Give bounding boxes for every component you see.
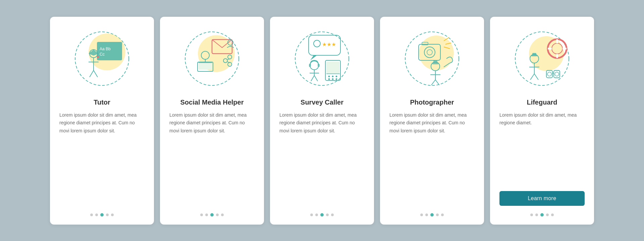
- card-photographer: Photographer Lorem ipsum dolor sit dim a…: [380, 17, 484, 225]
- dot: [535, 214, 538, 216]
- tutor-illustration: Aa Bb Cc: [70, 27, 134, 91]
- svg-rect-34: [318, 64, 320, 67]
- lifeguard-illustration: [510, 27, 574, 91]
- dot: [530, 214, 533, 216]
- dot: [111, 214, 114, 216]
- dot: [420, 214, 423, 216]
- dot: [216, 214, 219, 216]
- photographer-text: Lorem ipsum dolor sit dim amet, mea regi…: [389, 111, 475, 206]
- social-media-title: Social Media Helper: [180, 98, 244, 107]
- dot-active: [540, 213, 544, 217]
- svg-text:Cc: Cc: [100, 52, 105, 57]
- svg-point-30: [314, 40, 320, 47]
- svg-text:★★★: ★★★: [322, 42, 336, 47]
- card-lifeguard: Lifeguard Lorem ipsum dolor sit dim amet…: [490, 17, 594, 225]
- dot: [551, 214, 554, 216]
- svg-marker-29: [310, 55, 317, 60]
- dot: [200, 214, 203, 216]
- dot: [315, 214, 318, 216]
- svg-line-9: [94, 70, 98, 77]
- photographer-illustration: [400, 27, 464, 91]
- svg-line-77: [534, 74, 538, 80]
- photographer-dots: [420, 213, 444, 217]
- dot: [425, 214, 428, 216]
- cards-container: Aa Bb Cc Tutor Lorem ipsum dolor sit dim…: [30, 3, 614, 238]
- survey-caller-dots: [310, 213, 334, 217]
- survey-caller-text: Lorem ipsum dolor sit dim amet, mea regi…: [279, 111, 365, 206]
- svg-rect-79: [532, 53, 536, 55]
- svg-rect-63: [433, 60, 437, 63]
- dot-active: [430, 213, 434, 217]
- dot-active: [320, 213, 324, 217]
- dot-active: [100, 213, 104, 217]
- svg-point-83: [555, 72, 559, 76]
- svg-line-38: [314, 75, 318, 81]
- svg-text:Aa Bb: Aa Bb: [100, 47, 111, 51]
- photographer-title: Photographer: [410, 98, 454, 107]
- svg-line-8: [90, 70, 94, 77]
- social-media-text: Lorem ipsum dolor sit dim amet, mea regi…: [169, 111, 255, 206]
- tutor-text: Lorem ipsum dolor sit dim amet, mea regi…: [59, 111, 145, 206]
- card-survey-caller: ★★★: [270, 17, 374, 225]
- dot: [205, 214, 208, 216]
- social-media-dots: [200, 213, 224, 217]
- dot: [310, 214, 313, 216]
- tutor-title: Tutor: [94, 98, 110, 107]
- lifeguard-text: Lorem ipsum dolor sit dim amet, mea regi…: [499, 111, 585, 186]
- social-media-illustration: [180, 27, 244, 91]
- svg-line-60: [431, 80, 435, 85]
- svg-point-32: [310, 61, 319, 70]
- svg-point-44: [328, 78, 330, 80]
- svg-rect-40: [326, 62, 339, 73]
- card-tutor: Aa Bb Cc Tutor Lorem ipsum dolor sit dim…: [50, 17, 154, 225]
- dot: [331, 214, 334, 216]
- dot: [90, 214, 93, 216]
- svg-point-82: [547, 72, 551, 76]
- survey-caller-title: Survey Caller: [301, 98, 343, 107]
- tutor-dots: [90, 213, 114, 217]
- svg-point-12: [97, 56, 99, 58]
- dot-active: [210, 213, 214, 217]
- svg-line-76: [530, 74, 534, 80]
- svg-line-61: [435, 80, 439, 85]
- learn-more-button[interactable]: Learn more: [499, 191, 585, 206]
- svg-line-37: [311, 75, 314, 81]
- dot: [95, 214, 98, 216]
- dot: [326, 214, 329, 216]
- svg-rect-18: [199, 63, 212, 70]
- dot: [106, 214, 109, 216]
- survey-caller-illustration: ★★★: [290, 27, 354, 91]
- card-social-media-helper: Social Media Helper Lorem ipsum dolor si…: [160, 17, 264, 225]
- svg-rect-33: [309, 64, 311, 67]
- dot: [221, 214, 224, 216]
- svg-point-43: [336, 75, 337, 77]
- dot: [546, 214, 549, 216]
- dot: [436, 214, 439, 216]
- svg-point-46: [336, 78, 337, 80]
- svg-rect-11: [97, 53, 98, 56]
- lifeguard-dots: [530, 213, 554, 217]
- svg-point-45: [332, 78, 334, 80]
- lifeguard-title: Lifeguard: [527, 98, 557, 107]
- dot: [441, 214, 444, 216]
- svg-point-41: [328, 75, 330, 77]
- svg-point-42: [332, 75, 334, 77]
